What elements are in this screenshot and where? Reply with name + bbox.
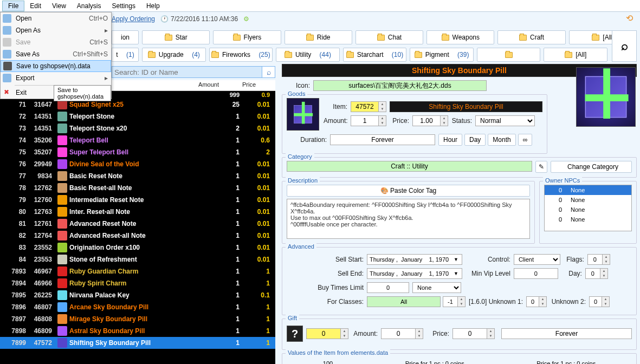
buy-limit-select[interactable]: None	[412, 282, 461, 293]
folder-icon	[306, 35, 314, 41]
apply-ordering-link[interactable]: Apply Ordering	[112, 15, 155, 23]
table-row[interactable]: 7812762Basic Reset-all Note10.01	[0, 182, 275, 194]
price-spinner[interactable]: ▲▼	[441, 115, 448, 126]
table-row[interactable]: 8323552Origination Order x10010.01	[0, 242, 275, 253]
table-row[interactable]: 7435206Teleport Bell10.6	[0, 134, 275, 146]
icon-path-input[interactable]	[313, 80, 487, 91]
category-tool-button[interactable]: ✎	[535, 161, 547, 173]
tab-ride[interactable]: Ride	[285, 30, 352, 44]
table-row[interactable]: 789746808Mirage Sky Boundary Pill11	[0, 313, 275, 325]
search-input[interactable]	[112, 66, 262, 78]
menu-edit[interactable]: Edit	[24, 1, 47, 11]
sell-end-date[interactable]	[367, 268, 462, 279]
table-row[interactable]: 789526225Nirvana Palace Key10.1	[0, 289, 275, 301]
table-row[interactable]: 789947572Shifting Sky Boundary Pill11	[0, 337, 275, 349]
table-row[interactable]: 789446966Ruby Spirit Charm11	[0, 277, 275, 289]
gift-duration-input[interactable]	[501, 328, 632, 339]
paste-color-tag-button[interactable]: 🎨 Paste Color Tag	[287, 185, 530, 197]
gear-icon[interactable]: ⚙	[243, 15, 249, 23]
amount-spinner[interactable]: ▲▼	[379, 115, 386, 126]
tab-fireworks[interactable]: Fireworks (25)	[209, 48, 273, 62]
day-input[interactable]	[585, 268, 600, 279]
tab-utility[interactable]: Utility (44)	[276, 48, 340, 62]
table-row[interactable]: 789846809Astral Sky Boundary Pill11	[0, 325, 275, 337]
for-classes-num[interactable]	[443, 296, 458, 307]
item-id-spinner[interactable]: ▲▼	[379, 101, 386, 112]
amount-input[interactable]	[351, 115, 379, 126]
open-as-icon	[3, 26, 11, 35]
duration-input[interactable]	[330, 134, 435, 145]
table-row[interactable]: 7314351Teleport Stone x2020.01	[0, 122, 275, 134]
icon-label: Icon:	[282, 82, 313, 89]
category-tabs-2: t (1) Upgrade (4) Fireworks (25) Utility…	[112, 48, 607, 62]
table-row[interactable]: 8012763Inter. Reset-all Note10.01	[0, 206, 275, 218]
table-row[interactable]: 789346967Ruby Guardian Charm11	[0, 265, 275, 277]
tab-chat[interactable]: Chat	[355, 30, 423, 44]
tab-weapons[interactable]: Weapons	[426, 30, 494, 44]
menu-save-as[interactable]: Save AsCtrl+Shift+S	[1, 48, 111, 60]
buy-limit-input[interactable]	[367, 282, 409, 293]
gift-price-input[interactable]	[452, 328, 487, 339]
tab-all-2[interactable]: [All]	[544, 48, 607, 62]
gift-unknown-icon: ?	[287, 326, 303, 342]
tab-flyers[interactable]: Flyers	[213, 30, 281, 44]
table-row[interactable]: 7629949Divine Seal of the Void10.01	[0, 158, 275, 170]
tab-star[interactable]: Star	[142, 30, 210, 44]
table-row[interactable]: 7131647Squad Signet x25250.01	[0, 99, 275, 110]
change-category-button[interactable]: Change Category	[551, 161, 632, 173]
item-id-input[interactable]	[351, 101, 379, 112]
menu-open[interactable]: OpenCtrl+O	[1, 12, 111, 24]
npc-row[interactable]: 0None	[545, 205, 631, 214]
table-row[interactable]: 7214351Teleport Stone10.01	[0, 110, 275, 122]
search-go-button[interactable]: ⌕	[262, 66, 275, 78]
tab-empty[interactable]	[477, 48, 541, 62]
table-row[interactable]: 8212764Advanced Reset-all Note10.01	[0, 230, 275, 242]
table-row[interactable]: 8112761Advanced Reset Note10.01	[0, 218, 275, 230]
gift-id-input[interactable]	[306, 328, 341, 339]
table-row[interactable]: 7912760Intermediate Reset Note10.01	[0, 194, 275, 206]
tab-starchart[interactable]: Starchart (10)	[343, 48, 407, 62]
menu-file[interactable]: File	[2, 1, 24, 11]
search-tool-button[interactable]: ⌕	[612, 30, 637, 62]
table-row[interactable]: 789646807Arcane Sky Boundary Pill11	[0, 301, 275, 313]
status-select[interactable]: Normal	[475, 115, 535, 126]
month-button[interactable]: Month	[488, 134, 515, 146]
menu-analysis[interactable]: Analysis	[72, 1, 107, 11]
npc-list[interactable]: 0None0None0None0None	[544, 185, 632, 231]
hour-button[interactable]: Hour	[438, 134, 462, 146]
npc-row[interactable]: 0None	[545, 195, 631, 205]
for-classes-input[interactable]	[367, 296, 441, 307]
gift-amount-input[interactable]	[381, 328, 416, 339]
tab-upgrade[interactable]: Upgrade (4)	[142, 48, 206, 62]
npc-row[interactable]: 0None	[545, 214, 631, 224]
tab-pigment[interactable]: Pigment (39)	[410, 48, 474, 62]
menu-settings[interactable]: Settings	[107, 1, 141, 11]
unknown1-input[interactable]	[526, 296, 539, 307]
refresh-icon[interactable]: ⟲	[626, 13, 636, 23]
col-price[interactable]: Price	[221, 80, 258, 90]
price-input[interactable]	[412, 115, 441, 126]
description-textarea[interactable]: ^ffcb4aBoundary requirement: ^FF0000Shif…	[287, 199, 530, 239]
tab-frag[interactable]: ion	[112, 30, 139, 44]
table-row[interactable]: 779834Basic Reset Note10.01	[0, 170, 275, 182]
day-button[interactable]: Day	[464, 134, 486, 146]
menu-help[interactable]: Help	[141, 1, 165, 11]
menu-view[interactable]: View	[47, 1, 72, 11]
infinity-button[interactable]: ∞	[518, 134, 533, 146]
menu-save[interactable]: SaveCtrl+S	[1, 36, 111, 48]
min-vip-input[interactable]	[514, 268, 558, 279]
menu-open-as[interactable]: Open As▸	[1, 24, 111, 36]
table-row[interactable]: 7535207Super Teleport Bell12	[0, 146, 275, 158]
unknown2-input[interactable]	[589, 296, 602, 307]
table-row[interactable]: 8423553Stone of Refreshment10.01	[0, 253, 275, 265]
npc-row[interactable]: 0None	[545, 185, 631, 195]
control-select[interactable]: Client	[514, 254, 560, 265]
flags-input[interactable]	[587, 254, 603, 265]
tab-craft[interactable]: Craft	[497, 30, 565, 44]
item-grid[interactable]: ense (999)9990.97131647Squad Signet x252…	[0, 91, 275, 364]
menu-save-to-gshop[interactable]: Save to gshopsev(n).data	[1, 60, 111, 72]
menu-export[interactable]: Export▸	[1, 72, 111, 84]
tab2-frag[interactable]: t (1)	[112, 48, 139, 62]
col-amount[interactable]: Amount	[189, 80, 221, 90]
sell-start-date[interactable]	[367, 254, 462, 265]
